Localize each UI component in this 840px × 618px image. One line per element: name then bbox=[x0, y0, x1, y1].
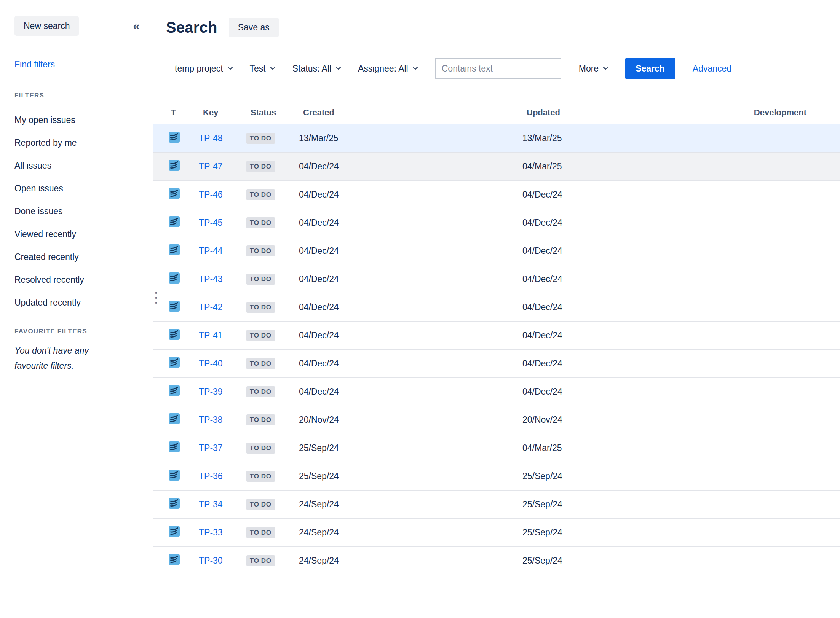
issue-type-cell bbox=[153, 546, 199, 575]
jira-issue-search-page: New search « Find filters FILTERS My ope… bbox=[0, 0, 840, 618]
issue-key-link[interactable]: TP-38 bbox=[199, 415, 223, 425]
table-row[interactable]: TP-36 TO DO 25/Sep/24 25/Sep/24 bbox=[153, 462, 840, 490]
issue-key-link[interactable]: TP-30 bbox=[199, 556, 223, 565]
table-row[interactable]: TP-43 TO DO 04/Dec/24 04/Dec/24 bbox=[153, 265, 840, 293]
column-header-type[interactable]: T bbox=[153, 102, 199, 124]
issue-type-icon bbox=[169, 244, 180, 255]
sidebar-filter-item[interactable]: Open issues bbox=[14, 177, 141, 200]
save-as-button[interactable]: Save as bbox=[229, 18, 279, 37]
created-date: 04/Dec/24 bbox=[299, 349, 522, 377]
table-row[interactable]: TP-41 TO DO 04/Dec/24 04/Dec/24 bbox=[153, 321, 840, 349]
created-date: 24/Sep/24 bbox=[299, 490, 522, 518]
assignee-dropdown[interactable]: Assignee: All bbox=[358, 64, 417, 74]
updated-date: 04/Dec/24 bbox=[522, 265, 725, 293]
sidebar-filter-item[interactable]: Updated recently bbox=[14, 291, 141, 314]
column-header-created[interactable]: Created bbox=[299, 102, 522, 124]
sidebar-filter-item[interactable]: Resolved recently bbox=[14, 268, 141, 291]
issue-type-cell bbox=[153, 321, 199, 349]
issue-key-link[interactable]: TP-36 bbox=[199, 471, 223, 481]
issue-status-cell: TO DO bbox=[246, 180, 299, 209]
chevron-down-icon bbox=[603, 64, 609, 70]
more-dropdown-label: More bbox=[579, 64, 599, 74]
sidebar-resize-handle-icon[interactable]: ⋮ bbox=[149, 290, 163, 304]
column-header-key[interactable]: Key bbox=[199, 102, 246, 124]
development-cell bbox=[725, 180, 840, 209]
issue-key-link[interactable]: TP-34 bbox=[199, 499, 223, 509]
find-filters-link[interactable]: Find filters bbox=[14, 59, 55, 70]
column-header-development[interactable]: Development bbox=[725, 102, 840, 124]
collapse-sidebar-icon[interactable]: « bbox=[133, 20, 140, 32]
page-title: Search bbox=[166, 19, 217, 36]
issue-key-link[interactable]: TP-43 bbox=[199, 274, 223, 284]
column-header-updated[interactable]: Updated bbox=[522, 102, 725, 124]
table-row[interactable]: TP-33 TO DO 24/Sep/24 25/Sep/24 bbox=[153, 518, 840, 546]
issue-key-link[interactable]: TP-45 bbox=[199, 218, 223, 228]
created-date: 04/Dec/24 bbox=[299, 321, 522, 349]
status-badge: TO DO bbox=[246, 302, 275, 313]
status-dropdown[interactable]: Status: All bbox=[292, 64, 340, 74]
issue-type-icon bbox=[169, 385, 180, 396]
table-row[interactable]: TP-44 TO DO 04/Dec/24 04/Dec/24 bbox=[153, 237, 840, 265]
issue-type-icon bbox=[169, 132, 180, 143]
issue-key-cell: TP-40 bbox=[199, 349, 246, 377]
issue-type-icon bbox=[169, 526, 180, 537]
contains-text-input[interactable] bbox=[435, 58, 561, 79]
table-row[interactable]: TP-47 TO DO 04/Dec/24 04/Mar/25 bbox=[153, 152, 840, 180]
issue-key-link[interactable]: TP-44 bbox=[199, 246, 223, 256]
sidebar-filter-item[interactable]: All issues bbox=[14, 154, 141, 177]
issue-key-link[interactable]: TP-33 bbox=[199, 527, 223, 537]
favourite-filters-section-header: FAVOURITE FILTERS bbox=[14, 328, 141, 335]
created-date: 25/Sep/24 bbox=[299, 462, 522, 490]
issue-type-dropdown[interactable]: Test bbox=[250, 64, 275, 74]
table-row[interactable]: TP-38 TO DO 20/Nov/24 20/Nov/24 bbox=[153, 406, 840, 434]
more-filters-dropdown[interactable]: More bbox=[579, 64, 608, 74]
table-row[interactable]: TP-46 TO DO 04/Dec/24 04/Dec/24 bbox=[153, 180, 840, 209]
issue-status-cell: TO DO bbox=[246, 209, 299, 237]
issue-key-cell: TP-39 bbox=[199, 377, 246, 406]
updated-date: 04/Dec/24 bbox=[522, 349, 725, 377]
status-badge: TO DO bbox=[246, 527, 275, 538]
issue-key-cell: TP-34 bbox=[199, 490, 246, 518]
advanced-search-link[interactable]: Advanced bbox=[693, 64, 731, 74]
issue-key-link[interactable]: TP-46 bbox=[199, 190, 223, 199]
issue-key-link[interactable]: TP-40 bbox=[199, 358, 223, 368]
updated-date: 25/Sep/24 bbox=[522, 546, 725, 575]
sidebar-filter-item[interactable]: Viewed recently bbox=[14, 223, 141, 245]
status-badge: TO DO bbox=[246, 245, 275, 256]
column-header-status[interactable]: Status bbox=[246, 102, 299, 124]
updated-date: 04/Dec/24 bbox=[522, 180, 725, 209]
issue-key-link[interactable]: TP-41 bbox=[199, 330, 223, 340]
created-date: 04/Dec/24 bbox=[299, 237, 522, 265]
issue-key-link[interactable]: TP-47 bbox=[199, 161, 223, 171]
table-row[interactable]: TP-37 TO DO 25/Sep/24 04/Mar/25 bbox=[153, 434, 840, 462]
issue-status-cell: TO DO bbox=[246, 265, 299, 293]
issue-type-cell bbox=[153, 237, 199, 265]
table-row[interactable]: TP-39 TO DO 04/Dec/24 04/Dec/24 bbox=[153, 377, 840, 406]
issue-key-link[interactable]: TP-37 bbox=[199, 443, 223, 453]
search-button[interactable]: Search bbox=[625, 58, 675, 79]
table-row[interactable]: TP-30 TO DO 24/Sep/24 25/Sep/24 bbox=[153, 546, 840, 575]
issue-key-link[interactable]: TP-42 bbox=[199, 302, 223, 312]
table-row[interactable]: TP-34 TO DO 24/Sep/24 25/Sep/24 bbox=[153, 490, 840, 518]
new-search-button[interactable]: New search bbox=[14, 16, 79, 36]
issue-type-cell bbox=[153, 265, 199, 293]
sidebar-filter-item[interactable]: Reported by me bbox=[14, 131, 141, 154]
table-row[interactable]: TP-45 TO DO 04/Dec/24 04/Dec/24 bbox=[153, 209, 840, 237]
chevron-down-icon bbox=[335, 64, 342, 70]
search-filter-bar: temp project Test Status: All Assignee: … bbox=[175, 58, 840, 79]
table-row[interactable]: TP-42 TO DO 04/Dec/24 04/Dec/24 bbox=[153, 293, 840, 321]
project-dropdown[interactable]: temp project bbox=[175, 64, 232, 74]
sidebar-filter-item[interactable]: My open issues bbox=[14, 108, 141, 131]
issue-status-cell: TO DO bbox=[246, 152, 299, 180]
table-row[interactable]: TP-48 TO DO 13/Mar/25 13/Mar/25 bbox=[153, 124, 840, 152]
issue-key-link[interactable]: TP-39 bbox=[199, 387, 223, 397]
sidebar-filter-item[interactable]: Done issues bbox=[14, 200, 141, 223]
development-cell bbox=[725, 518, 840, 546]
table-row[interactable]: TP-40 TO DO 04/Dec/24 04/Dec/24 bbox=[153, 349, 840, 377]
issue-key-link[interactable]: TP-48 bbox=[199, 133, 223, 143]
issue-status-cell: TO DO bbox=[246, 518, 299, 546]
development-cell bbox=[725, 490, 840, 518]
created-date: 25/Sep/24 bbox=[299, 434, 522, 462]
sidebar-filter-item[interactable]: Created recently bbox=[14, 245, 141, 268]
issue-status-cell: TO DO bbox=[246, 490, 299, 518]
